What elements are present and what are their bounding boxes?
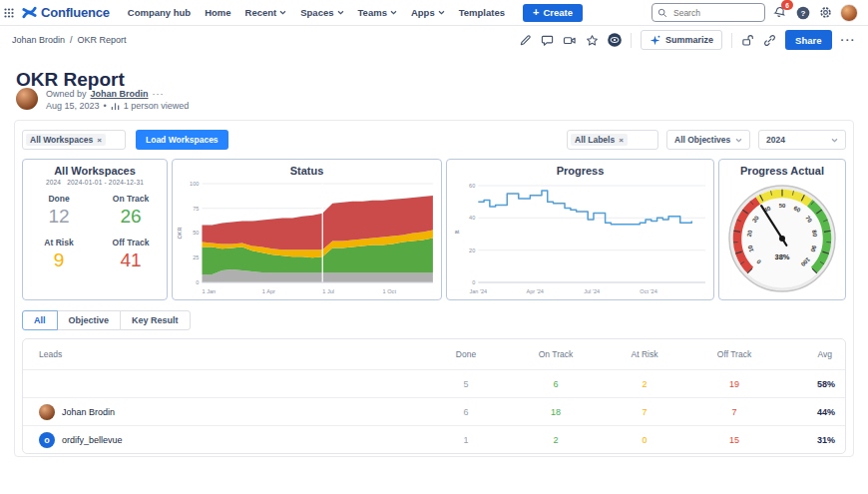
summary-period-year: 2024 <box>46 179 61 186</box>
progress-gauge: 010203040506070809010038% <box>719 178 845 297</box>
remove-tag-icon[interactable]: × <box>97 136 102 145</box>
breadcrumb-space-link[interactable]: Johan Brodin <box>12 35 65 45</box>
at-risk-value: 0 <box>600 435 689 445</box>
chevron-down-icon <box>390 10 397 15</box>
svg-text:60: 60 <box>469 183 475 189</box>
col-header-at-risk[interactable]: At Risk <box>600 349 689 359</box>
copy-link-icon[interactable] <box>763 34 776 47</box>
load-workspaces-button[interactable]: Load Workspaces <box>136 130 228 150</box>
settings-gear-icon[interactable] <box>817 4 834 21</box>
lead-name[interactable]: Johan Brodin <box>62 407 115 417</box>
stat-label-on-track: On Track <box>95 194 167 204</box>
svg-text:20: 20 <box>469 247 475 253</box>
search-field[interactable] <box>671 7 759 19</box>
confluence-logo[interactable]: Confluence <box>22 5 110 20</box>
owner-link[interactable]: Johan Brodin <box>91 89 149 99</box>
byline: Owned by Johan Brodin ··· Aug 15, 2023 •… <box>16 88 189 112</box>
breadcrumb-page-link[interactable]: OKR Report <box>78 35 127 45</box>
page-date: Aug 15, 2023 <box>46 101 100 111</box>
svg-text:0: 0 <box>196 279 199 285</box>
done-value: 5 <box>420 379 512 389</box>
stat-value-at-risk: 9 <box>23 249 95 271</box>
nav-item-spaces[interactable]: Spaces <box>296 7 347 18</box>
comment-icon[interactable] <box>541 34 554 47</box>
unlock-icon[interactable] <box>741 34 754 47</box>
tab-all[interactable]: All <box>22 310 58 330</box>
svg-text:at: at <box>455 230 460 236</box>
svg-text:Oct '24: Oct '24 <box>640 288 656 294</box>
chevron-down-icon <box>831 138 838 143</box>
status-chart-title: Status <box>173 160 441 177</box>
chevron-down-icon <box>337 10 344 15</box>
col-header-leads[interactable]: Leads <box>23 349 420 359</box>
okr-report-macro: All Workspaces× Load Workspaces All Labe… <box>14 120 854 457</box>
progress-line-chart: 0204060Jan '24Apr '24Jul '24Oct '24at <box>450 179 710 296</box>
col-header-on-track[interactable]: On Track <box>512 349 600 359</box>
more-actions-button[interactable]: ··· <box>841 34 857 46</box>
help-icon[interactable]: ? <box>794 4 811 21</box>
svg-text:25: 25 <box>193 254 199 260</box>
labels-filter[interactable]: All Labels× <box>567 130 658 150</box>
search-icon <box>657 8 667 18</box>
chevron-down-icon <box>279 10 286 15</box>
notifications-bell-icon[interactable]: 6 <box>771 4 788 21</box>
tab-key-result[interactable]: Key Result <box>120 310 191 330</box>
confluence-mark-icon <box>22 5 37 20</box>
lead-avatar: o <box>39 432 55 448</box>
summary-card-title: All Workspaces <box>23 160 167 177</box>
watchers-eye-badge[interactable] <box>608 33 622 47</box>
owner-avatar[interactable] <box>16 88 38 110</box>
create-button[interactable]: +Create <box>523 4 583 22</box>
svg-text:0: 0 <box>472 279 475 285</box>
remove-tag-icon[interactable]: × <box>619 136 624 145</box>
workspaces-filter[interactable]: All Workspaces× <box>22 130 126 150</box>
stat-label-at-risk: At Risk <box>23 238 95 247</box>
off-track-value: 15 <box>689 435 779 445</box>
nav-item-home[interactable]: Home <box>201 7 234 18</box>
avg-value: 31% <box>779 435 845 445</box>
table-row[interactable]: 5 6 2 19 58% <box>23 369 845 397</box>
tab-objective[interactable]: Objective <box>57 310 122 330</box>
off-track-value: 7 <box>689 407 779 417</box>
done-value: 1 <box>420 435 512 445</box>
video-camera-icon[interactable] <box>563 34 577 47</box>
progress-actual-card: Progress Actual 010203040506070809010038… <box>718 159 846 300</box>
nav-item-teams[interactable]: Teams <box>354 7 401 18</box>
user-avatar[interactable] <box>840 4 858 22</box>
col-header-avg[interactable]: Avg <box>779 349 845 359</box>
svg-text:1 Jul: 1 Jul <box>322 288 334 294</box>
col-header-done[interactable]: Done <box>420 349 512 359</box>
on-track-value: 2 <box>512 435 600 445</box>
toolbar-divider <box>731 33 732 48</box>
svg-text:38%: 38% <box>774 252 789 261</box>
table-header-row: Leads Done On Track At Risk Off Track Av… <box>23 339 845 369</box>
filters-row: All Workspaces× Load Workspaces All Labe… <box>22 128 846 152</box>
edit-pencil-icon[interactable] <box>519 34 532 47</box>
plus-icon: + <box>533 7 539 18</box>
col-header-off-track[interactable]: Off Track <box>689 349 779 359</box>
summarize-button[interactable]: Summarize <box>641 30 722 50</box>
off-track-value: 19 <box>689 379 779 389</box>
svg-text:50: 50 <box>779 203 786 209</box>
app-switcher-icon[interactable] <box>4 8 14 18</box>
done-value: 6 <box>420 407 512 417</box>
at-risk-value: 2 <box>600 379 689 389</box>
svg-text:50: 50 <box>193 231 199 237</box>
table-row[interactable]: o ordify_bellevue 1 2 0 15 31% <box>23 425 845 453</box>
lead-name[interactable]: ordify_bellevue <box>62 435 123 445</box>
star-icon[interactable] <box>586 34 599 47</box>
share-button[interactable]: Share <box>785 30 831 50</box>
nav-item-templates[interactable]: Templates <box>455 7 509 18</box>
search-input[interactable] <box>651 3 765 22</box>
owner-more-button[interactable]: ··· <box>153 89 165 99</box>
year-select[interactable]: 2024 <box>758 130 846 150</box>
nav-item-company-hub[interactable]: Company hub <box>124 7 195 18</box>
table-row[interactable]: Johan Brodin 6 18 7 7 44% <box>23 397 845 425</box>
objectives-select[interactable]: All Objectives <box>666 130 750 150</box>
leads-table: Leads Done On Track At Risk Off Track Av… <box>22 338 846 454</box>
chevron-down-icon <box>735 138 742 143</box>
nav-item-apps[interactable]: Apps <box>407 7 449 18</box>
viewed-count[interactable]: 1 person viewed <box>124 101 190 111</box>
nav-item-recent[interactable]: Recent <box>241 7 291 18</box>
sparkle-icon <box>650 35 660 46</box>
